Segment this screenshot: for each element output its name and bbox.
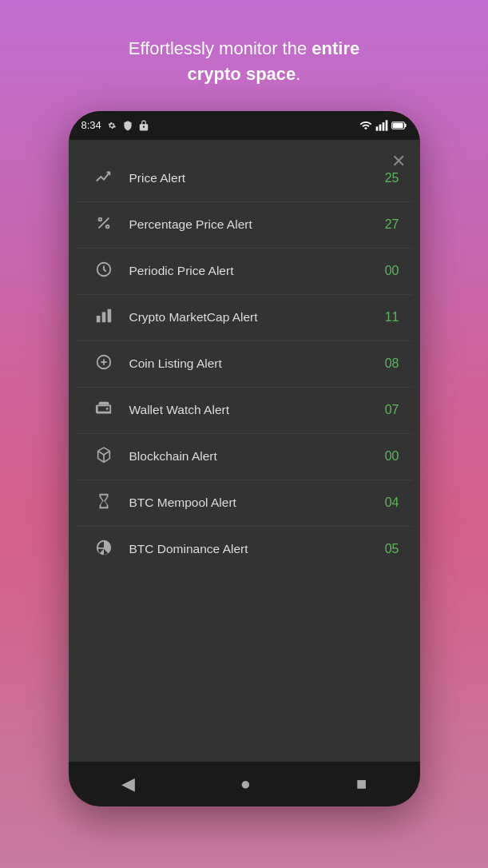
alert-label: Blockchain Alert bbox=[129, 449, 377, 464]
svg-rect-12 bbox=[101, 312, 105, 322]
list-item[interactable]: Periodic Price Alert 00 bbox=[77, 249, 412, 295]
alert-count: 04 bbox=[377, 496, 399, 510]
alert-label: Crypto MarketCap Alert bbox=[129, 310, 377, 325]
svg-rect-11 bbox=[96, 316, 100, 322]
header-emphasis: entirecrypto space bbox=[188, 38, 360, 84]
status-bar: 8:34 bbox=[69, 111, 420, 140]
svg-rect-13 bbox=[107, 309, 111, 323]
clock-icon bbox=[89, 261, 118, 282]
svg-rect-5 bbox=[404, 124, 406, 127]
alert-count: 00 bbox=[377, 449, 399, 464]
alert-count: 11 bbox=[377, 310, 399, 325]
nav-bar: ◀ ● ■ bbox=[69, 762, 420, 806]
settings-icon bbox=[106, 120, 117, 131]
alert-label: Price Alert bbox=[129, 171, 377, 185]
alert-label: Periodic Price Alert bbox=[129, 264, 377, 278]
list-item[interactable]: Crypto MarketCap Alert 11 bbox=[77, 295, 412, 341]
svg-rect-3 bbox=[385, 120, 387, 130]
signal-icon bbox=[375, 119, 388, 132]
shield-icon bbox=[122, 120, 133, 131]
svg-point-8 bbox=[98, 217, 101, 221]
svg-rect-0 bbox=[375, 126, 378, 130]
alert-label: Wallet Watch Alert bbox=[129, 403, 377, 417]
alert-count: 08 bbox=[377, 356, 399, 371]
alert-count: 00 bbox=[377, 264, 399, 278]
list-item[interactable]: Percentage Price Alert 27 bbox=[77, 202, 412, 249]
wallet-icon bbox=[89, 400, 118, 421]
screen-content: ✕ Price Alert 25 Percentage Price Alert … bbox=[69, 140, 420, 762]
pie-chart-icon bbox=[89, 539, 118, 560]
alert-label: BTC Mempool Alert bbox=[129, 496, 377, 510]
list-item[interactable]: Wallet Watch Alert 07 bbox=[77, 388, 412, 434]
list-item[interactable]: BTC Mempool Alert 04 bbox=[77, 480, 412, 527]
alert-count: 05 bbox=[377, 542, 399, 556]
home-button[interactable]: ● bbox=[224, 767, 267, 801]
lock-icon bbox=[138, 120, 149, 131]
wifi-icon bbox=[359, 119, 372, 132]
battery-icon bbox=[391, 120, 407, 131]
svg-rect-6 bbox=[392, 123, 403, 128]
svg-rect-2 bbox=[382, 122, 384, 131]
bar-chart-icon bbox=[89, 307, 118, 328]
plus-circle-icon bbox=[89, 353, 118, 375]
alert-count: 25 bbox=[377, 171, 399, 185]
list-item[interactable]: Blockchain Alert 00 bbox=[77, 434, 412, 480]
alert-count: 07 bbox=[377, 403, 399, 417]
list-item[interactable]: BTC Dominance Alert 05 bbox=[77, 527, 412, 572]
status-time-area: 8:34 bbox=[81, 119, 149, 131]
hourglass-icon bbox=[89, 492, 118, 514]
back-button[interactable]: ◀ bbox=[105, 767, 151, 801]
phone-frame: 8:34 ✕ Price Alert 25 bbox=[69, 111, 420, 806]
recent-button[interactable]: ■ bbox=[340, 767, 383, 801]
percent-icon bbox=[89, 214, 118, 236]
alert-label: Coin Listing Alert bbox=[129, 356, 377, 371]
list-item[interactable]: Coin Listing Alert 08 bbox=[77, 341, 412, 388]
close-button[interactable]: ✕ bbox=[391, 151, 406, 172]
list-item[interactable]: Price Alert 25 bbox=[77, 156, 412, 202]
cube-icon bbox=[89, 446, 118, 468]
chart-up-icon bbox=[89, 168, 118, 189]
header-text: Effortlessly monitor the entirecrypto sp… bbox=[97, 36, 391, 87]
alert-list: Price Alert 25 Percentage Price Alert 27… bbox=[69, 156, 420, 572]
alert-label: Percentage Price Alert bbox=[129, 217, 377, 232]
status-right-icons bbox=[359, 119, 407, 132]
svg-line-7 bbox=[98, 217, 109, 228]
alert-count: 27 bbox=[377, 217, 399, 232]
alert-label: BTC Dominance Alert bbox=[129, 542, 377, 556]
status-time: 8:34 bbox=[81, 119, 101, 131]
svg-rect-1 bbox=[379, 124, 381, 130]
svg-point-9 bbox=[105, 225, 109, 229]
